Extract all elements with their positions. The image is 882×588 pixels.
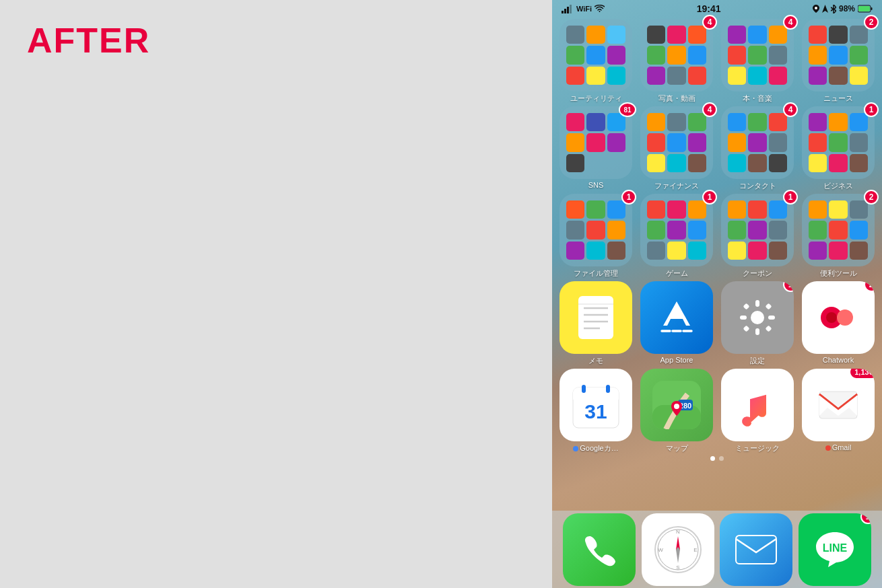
folder-books-label: 本・音楽 [743, 94, 772, 104]
svg-text:31: 31 [584, 400, 607, 422]
badge-sns: 81 [619, 102, 636, 117]
folder-utilities[interactable]: ユーティリティ [557, 19, 634, 104]
badge-contacts: 4 [783, 102, 798, 117]
app-music-wrap[interactable]: ミュージック [719, 369, 796, 453]
app-gcal-icon: 31 [559, 369, 632, 441]
folder-news-icon: 2 [802, 19, 875, 91]
mini-app-4 [566, 46, 584, 64]
mini-j6 [688, 221, 706, 239]
battery-icon [858, 5, 873, 13]
mini-l2 [829, 200, 847, 219]
folder-photo-video[interactable]: 4 写真・動画 [638, 19, 715, 104]
dock: N S W E 1 [552, 511, 882, 588]
mini-app-3 [607, 26, 625, 44]
app-maps-wrap[interactable]: 280 マップ [638, 369, 715, 453]
status-right: 98% [813, 4, 873, 13]
folder-games[interactable]: 1 ゲーム [638, 194, 715, 279]
dock-mail-icon [720, 513, 792, 586]
mini-d1 [809, 26, 827, 44]
app-gmail-wrap[interactable]: 1,136 Gmail [800, 369, 877, 453]
mini-b1 [647, 26, 665, 44]
mini-h7 [809, 154, 827, 172]
folder-sns-icon: 81 [559, 106, 632, 179]
folder-business[interactable]: 1 ビジネス [800, 106, 877, 191]
folder-sns[interactable]: 81 SNS [557, 106, 634, 191]
dock-mail-wrap[interactable] [720, 513, 792, 586]
dock-safari-wrap[interactable]: N S W E [642, 513, 714, 586]
svg-rect-8 [578, 296, 613, 339]
mini-g2 [748, 113, 766, 131]
battery-pct: 98% [839, 4, 855, 13]
folder-coupon[interactable]: 1 クーポン [719, 194, 796, 279]
mini-h8 [829, 154, 847, 172]
mini-b9 [688, 67, 706, 85]
folder-files[interactable]: 1 ファイル管理 [557, 194, 634, 279]
mini-j2 [667, 200, 685, 219]
mini-i5 [586, 221, 605, 239]
folder-books-icon: 4 [721, 19, 794, 91]
folder-tools-label: 便利ツール [820, 268, 857, 279]
mini-k1 [728, 200, 746, 219]
standalone-row-2: 31 Googleカ… [557, 369, 877, 453]
dock-line-wrap[interactable]: 1 LINE [799, 513, 871, 586]
mini-f2 [667, 113, 685, 131]
mini-b7 [647, 67, 665, 85]
svg-rect-19 [755, 300, 759, 307]
svg-text:W: W [658, 547, 663, 553]
app-settings-label: 設定 [750, 356, 765, 366]
badge-chatwork: 2 [864, 281, 875, 292]
app-gmail-label: Gmail [825, 443, 852, 451]
folder-utilities-label: ユーティリティ [570, 94, 622, 104]
folder-row-2: 81 SNS 4 [557, 106, 877, 191]
mini-d3 [850, 26, 868, 44]
mini-f1 [647, 113, 665, 131]
mail-svg [735, 535, 777, 564]
svg-point-18 [751, 311, 764, 324]
mini-j7 [647, 242, 665, 260]
app-appstore-label: App Store [660, 356, 693, 364]
folder-business-label: ビジネス [823, 181, 853, 191]
mini-i9 [607, 242, 625, 260]
bluetooth-icon [831, 5, 836, 13]
mini-f3 [688, 113, 706, 131]
app-memo-wrap[interactable]: メモ [557, 281, 634, 366]
svg-rect-0 [562, 11, 564, 13]
folder-games-icon: 1 [640, 194, 713, 266]
app-settings-wrap[interactable]: 1 [719, 281, 796, 366]
mini-c6 [769, 46, 787, 64]
dock-phone-wrap[interactable] [563, 513, 636, 586]
app-chatwork-wrap[interactable]: 2 Chatwork [800, 281, 877, 366]
badge-line: 1 [860, 513, 871, 524]
app-appstore-wrap[interactable]: App Store [638, 281, 715, 366]
phone-svg [580, 531, 618, 568]
mini-d9 [850, 67, 868, 85]
folder-news-label: ニュース [823, 94, 853, 104]
mini-j4 [647, 221, 665, 239]
folder-contacts[interactable]: 4 コンタクト [719, 106, 796, 191]
folder-finance[interactable]: 4 ファイナンス [638, 106, 715, 191]
app-gcal-wrap[interactable]: 31 Googleカ… [557, 369, 634, 453]
mini-e5 [586, 133, 605, 151]
mini-j1 [647, 200, 665, 219]
mini-c4 [728, 46, 746, 64]
mini-i4 [566, 221, 584, 239]
folder-tools[interactable]: 2 便利ツール [800, 194, 877, 279]
status-bar: WiFi 19:41 98% [552, 0, 882, 16]
mini-f6 [688, 133, 706, 151]
svg-text:E: E [693, 547, 697, 553]
svg-point-28 [837, 309, 853, 326]
svg-rect-25 [743, 326, 750, 332]
dock-line-icon: 1 LINE [799, 513, 871, 586]
mini-h4 [809, 133, 827, 151]
badge-files: 1 [621, 190, 636, 205]
mini-c3 [769, 26, 787, 44]
app-settings-icon: 1 [721, 281, 794, 354]
folder-finance-label: ファイナンス [654, 181, 699, 191]
mini-app-5 [586, 46, 605, 64]
app-appstore-icon [640, 281, 713, 354]
phone-frame: WiFi 19:41 98% [552, 0, 882, 588]
folder-books[interactable]: 4 本・音楽 [719, 19, 796, 104]
folder-row-1: ユーティリティ 4 写真・動画 [557, 19, 877, 104]
mini-c5 [748, 46, 766, 64]
folder-news[interactable]: 2 ニュース [800, 19, 877, 104]
